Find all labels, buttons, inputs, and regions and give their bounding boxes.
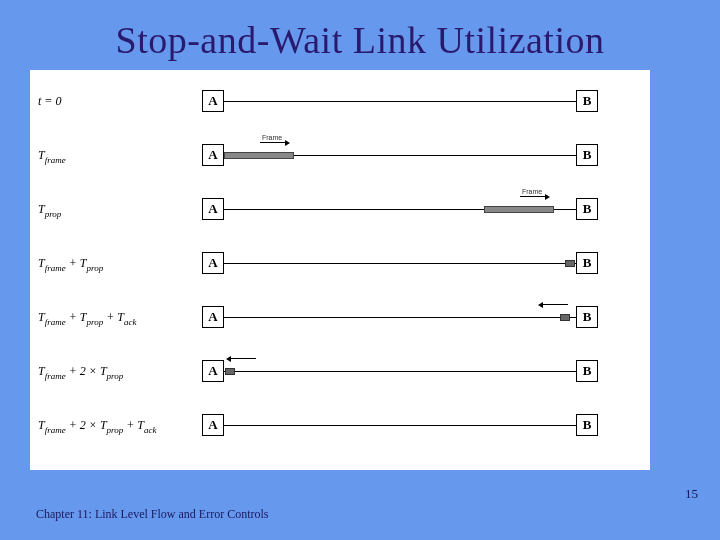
node-a: A xyxy=(202,252,224,274)
link-line xyxy=(224,371,576,372)
node-b: B xyxy=(576,306,598,328)
footer-chapter: Chapter 11: Link Level Flow and Error Co… xyxy=(36,507,269,522)
link-line xyxy=(224,263,576,264)
timing-diagram: t = 0ABTframeABFrameTpropABFrameTframe +… xyxy=(30,70,650,470)
node-a: A xyxy=(202,144,224,166)
node-b: B xyxy=(576,414,598,436)
time-label: Tframe + Tprop + Tack xyxy=(38,310,136,326)
node-b: B xyxy=(576,90,598,112)
ack-block xyxy=(560,314,570,321)
ack-block xyxy=(565,260,575,267)
ack-block xyxy=(225,368,235,375)
slide-title: Stop-and-Wait Link Utilization xyxy=(0,0,720,70)
node-a: A xyxy=(202,360,224,382)
arrow-label: Frame xyxy=(262,134,282,141)
timing-row-4: Tframe + Tprop + TackAB xyxy=(30,296,650,350)
timing-row-5: Tframe + 2 × TpropAB xyxy=(30,350,650,404)
time-label: Tframe + 2 × Tprop + Tack xyxy=(38,418,157,434)
frame-block xyxy=(224,152,294,159)
time-label: Tprop xyxy=(38,202,61,218)
node-b: B xyxy=(576,360,598,382)
node-a: A xyxy=(202,90,224,112)
timing-row-2: TpropABFrame xyxy=(30,188,650,242)
timing-row-0: t = 0AB xyxy=(30,80,650,134)
direction-arrow-icon xyxy=(542,304,568,305)
direction-arrow-icon xyxy=(520,196,546,197)
link-line xyxy=(224,425,576,426)
timing-row-6: Tframe + 2 × Tprop + TackAB xyxy=(30,404,650,458)
node-a: A xyxy=(202,306,224,328)
time-label: Tframe + Tprop xyxy=(38,256,103,272)
link-line xyxy=(224,101,576,102)
time-label: Tframe + 2 × Tprop xyxy=(38,364,123,380)
page-number: 15 xyxy=(685,486,698,502)
link-line xyxy=(224,317,576,318)
node-b: B xyxy=(576,198,598,220)
frame-block xyxy=(484,206,554,213)
timing-row-1: TframeABFrame xyxy=(30,134,650,188)
direction-arrow-icon xyxy=(230,358,256,359)
node-b: B xyxy=(576,144,598,166)
node-a: A xyxy=(202,198,224,220)
timing-row-3: Tframe + TpropAB xyxy=(30,242,650,296)
arrow-label: Frame xyxy=(522,188,542,195)
time-label: t = 0 xyxy=(38,94,61,109)
direction-arrow-icon xyxy=(260,142,286,143)
time-label: Tframe xyxy=(38,148,66,164)
node-b: B xyxy=(576,252,598,274)
node-a: A xyxy=(202,414,224,436)
